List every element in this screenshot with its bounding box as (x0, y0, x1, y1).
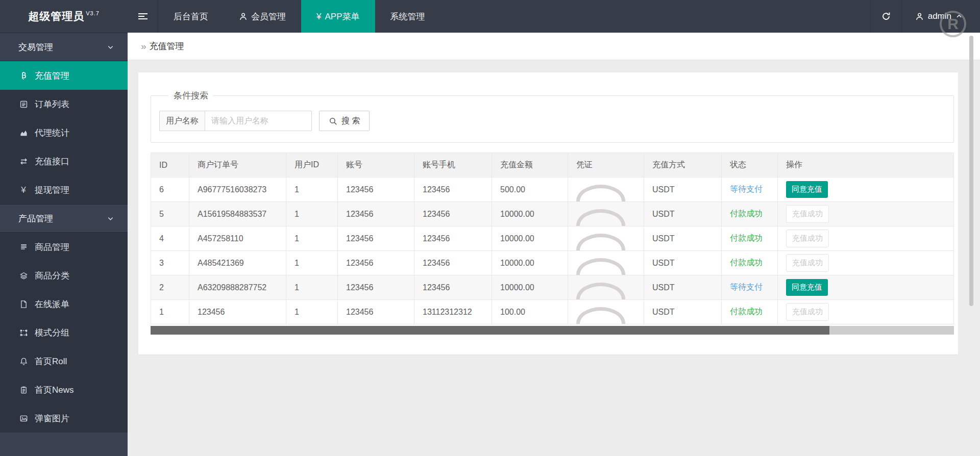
cell-status: 付款成功 (722, 251, 778, 275)
cell-id: 2 (151, 275, 189, 300)
sidebar-item[interactable]: 充值管理 (0, 61, 128, 90)
sidebar-item[interactable]: 首页News (0, 375, 128, 404)
cell-status: 付款成功 (722, 226, 778, 251)
list-alt-icon (18, 100, 29, 109)
sidebar-item[interactable]: 首页Roll (0, 347, 128, 375)
topnav-item[interactable]: ¥APP菜单 (301, 0, 375, 33)
cell-order: 123456 (189, 300, 286, 324)
column-header: 充值方式 (644, 153, 722, 178)
cell-phone: 123456 (414, 202, 492, 226)
layers-icon (18, 271, 29, 280)
cell-id: 6 (151, 178, 189, 202)
cell-amount: 10000.00 (492, 275, 568, 300)
cell-action: 同意充值 (778, 178, 954, 202)
breadcrumb-chevrons-icon: » (141, 41, 145, 52)
sidebar-item[interactable]: 在线派单 (0, 290, 128, 318)
topbar-right: admin (870, 0, 980, 33)
search-icon (329, 117, 337, 125)
sidebar-item[interactable]: 充值接口 (0, 147, 128, 175)
vertical-scrollbar-thumb[interactable] (969, 36, 973, 306)
sidebar-item[interactable]: 订单列表 (0, 90, 128, 118)
user-menu[interactable]: admin (902, 0, 980, 33)
topnav-item[interactable]: 后台首页 (158, 0, 224, 33)
sidebar-menu: 交易管理充值管理订单列表代理统计充值接口¥提现管理产品管理商品管理商品分类在线派… (0, 33, 128, 433)
cell-account: 123456 (338, 202, 414, 226)
cell-method: USDT (644, 202, 722, 226)
cell-method: USDT (644, 275, 722, 300)
column-header: 充值金额 (492, 153, 568, 178)
broken-voucher-image[interactable] (576, 209, 625, 226)
area-chart-icon (18, 129, 29, 137)
sidebar-group-label: 产品管理 (18, 213, 53, 224)
sidebar-toggle-button[interactable] (128, 0, 158, 33)
horizontal-scrollbar-thumb[interactable] (151, 326, 829, 335)
topnav-item-label: 系统管理 (390, 11, 425, 22)
sidebar-item-label: 充值接口 (35, 156, 69, 167)
cell-uid: 1 (286, 251, 338, 275)
username-input[interactable] (205, 111, 312, 131)
status-badge: 等待支付 (730, 185, 763, 193)
cell-action: 充值成功 (778, 202, 954, 226)
table-row: 4A457258110112345612345610000.00USDT付款成功… (151, 226, 954, 251)
cell-amount: 500.00 (492, 178, 568, 202)
column-header: 用户ID (286, 153, 338, 178)
sidebar-group-label: 交易管理 (18, 41, 53, 53)
image-icon (18, 414, 29, 423)
approve-recharge-button[interactable]: 同意充值 (786, 279, 828, 296)
sidebar-item-label: 模式分组 (35, 327, 69, 339)
sidebar-item[interactable]: 商品分类 (0, 261, 128, 290)
broken-voucher-image[interactable] (576, 283, 625, 299)
sidebar-item[interactable]: 代理统计 (0, 118, 128, 147)
sidebar-group-title[interactable]: 产品管理 (0, 204, 128, 233)
app-version: V3.7 (86, 10, 100, 16)
broken-voucher-image[interactable] (576, 258, 625, 275)
approve-recharge-button[interactable]: 同意充值 (786, 181, 828, 198)
sidebar-item-label: 代理统计 (35, 127, 69, 139)
app-name: 超级管理员 (28, 9, 84, 23)
status-badge: 付款成功 (730, 234, 763, 242)
sidebar-item[interactable]: 弹窗图片 (0, 404, 128, 433)
cell-order: A457258110 (189, 226, 286, 251)
bitcoin-icon (18, 71, 29, 80)
sidebar-item[interactable]: ¥提现管理 (0, 175, 128, 204)
topnav-item-label: 后台首页 (174, 11, 208, 22)
breadcrumb: » 充值管理 (128, 33, 980, 60)
recharge-card: 条件搜索 用户名称 搜 索 (138, 72, 958, 354)
status-badge: 付款成功 (730, 258, 763, 267)
broken-voucher-image[interactable] (576, 234, 625, 250)
user-icon (915, 12, 924, 21)
cell-voucher (568, 178, 644, 202)
topbar: 超级管理员 V3.7 后台首页会员管理¥APP菜单系统管理 admin (0, 0, 980, 33)
topnav-item[interactable]: 系统管理 (375, 0, 440, 33)
search-button[interactable]: 搜 索 (319, 111, 370, 131)
topnav-item-label: 会员管理 (251, 11, 286, 22)
horizontal-scrollbar-track[interactable] (151, 326, 954, 335)
topnav-item[interactable]: 会员管理 (224, 0, 301, 33)
recharge-done-button[interactable]: 充值成功 (786, 230, 829, 247)
sidebar-item-label: 商品分类 (35, 270, 69, 282)
search-legend: 条件搜索 (168, 90, 213, 102)
column-header: 商户订单号 (189, 153, 286, 178)
cell-voucher (568, 300, 644, 324)
recharge-done-button[interactable]: 充值成功 (786, 254, 829, 272)
cell-action: 充值成功 (778, 251, 954, 275)
cell-account: 123456 (338, 226, 414, 251)
broken-voucher-image[interactable] (576, 185, 625, 201)
person-icon (239, 12, 248, 21)
sidebar-item-label: 订单列表 (35, 98, 69, 110)
cell-phone: 123456 (414, 178, 492, 202)
sidebar-item[interactable]: 模式分组 (0, 318, 128, 347)
sidebar-item[interactable]: 商品管理 (0, 233, 128, 261)
refresh-button[interactable] (870, 0, 902, 33)
cell-method: USDT (644, 178, 722, 202)
cell-status: 等待支付 (722, 275, 778, 300)
cell-uid: 1 (286, 202, 338, 226)
sidebar-group-title[interactable]: 交易管理 (0, 33, 128, 61)
recharge-done-button[interactable]: 充值成功 (786, 205, 829, 223)
column-header: 凭证 (568, 153, 644, 178)
cell-phone: 123456 (414, 226, 492, 251)
recharge-done-button[interactable]: 充值成功 (786, 303, 829, 321)
topnav-item-label: APP菜单 (325, 11, 359, 22)
broken-voucher-image[interactable] (576, 307, 625, 324)
cell-uid: 1 (286, 178, 338, 202)
